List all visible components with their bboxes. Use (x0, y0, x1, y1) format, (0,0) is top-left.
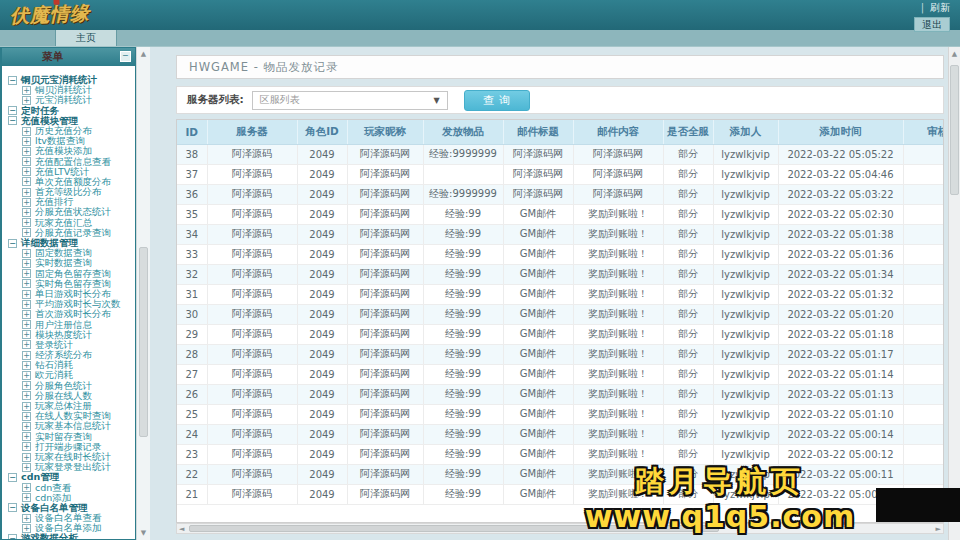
tree-collapse-icon[interactable]: − (8, 239, 17, 248)
menu-item-label: 首次游戏时长分布 (35, 309, 111, 319)
table-cell: lyzwlkjvip (713, 324, 778, 344)
menu-item[interactable]: +首次游戏时长分布 (2, 309, 135, 319)
main-scrollbar-thumb[interactable] (950, 65, 959, 195)
column-header[interactable]: 服务器 (207, 120, 297, 144)
table-row[interactable]: 25阿泽源码2049阿泽源码网经验:99GM邮件奖励到账啦！部分lyzwlkjv… (177, 404, 944, 424)
refresh-link[interactable]: | 刷新 (921, 1, 950, 15)
tree-expand-icon: + (22, 320, 31, 329)
table-cell: 经验:99 (423, 204, 503, 224)
table-cell: 29 (177, 324, 207, 344)
menu-group-label: cdn管理 (21, 472, 59, 482)
tree-expand-icon: + (22, 290, 31, 299)
table-cell: 38 (177, 144, 207, 164)
tree-collapse-icon[interactable]: − (8, 116, 17, 125)
table-cell: 经验:99 (423, 484, 503, 504)
column-header[interactable]: 发放物品 (423, 120, 503, 144)
table-cell: 阿泽源码网 (347, 324, 423, 344)
table-cell: 阿泽源码网 (347, 484, 423, 504)
table-cell: 2022-03-22 05:00:12 (778, 444, 903, 464)
table-row[interactable]: 35阿泽源码2049阿泽源码网经验:99GM邮件奖励到账啦！部分lyzwlkjv… (177, 204, 944, 224)
scroll-left-icon[interactable]: ◄ (179, 525, 184, 533)
query-button[interactable]: 查询 (464, 90, 530, 111)
table-cell: GM邮件 (503, 484, 573, 504)
menu-group[interactable]: −cdn管理 (2, 472, 135, 482)
table-row[interactable]: 36阿泽源码2049阿泽源码网经验:9999999阿泽源码网阿泽源码网部分lyz… (177, 184, 944, 204)
table-cell: 2022-03-22 05:04:46 (778, 164, 903, 184)
column-header[interactable]: 添加时间 (778, 120, 903, 144)
tree-expand-icon: + (22, 483, 31, 492)
recycle-icon: ♻ (800, 506, 822, 535)
logout-button[interactable]: 退出 (914, 17, 950, 32)
menu-group[interactable]: −游戏数据分析 (2, 533, 135, 539)
table-cell: 2022-03-22 05:01:34 (778, 264, 903, 284)
tree-collapse-icon[interactable]: − (8, 534, 17, 539)
sidebar-scrollbar[interactable]: ▲ ▼ (136, 47, 150, 540)
table-row[interactable]: 26阿泽源码2049阿泽源码网经验:99GM邮件奖励到账啦！部分lyzwlkjv… (177, 384, 944, 404)
tree-collapse-icon[interactable]: − (8, 106, 17, 115)
table-cell: 奖励到账啦！ (573, 324, 663, 344)
scroll-down-icon[interactable]: ▼ (137, 529, 150, 537)
horizontal-scrollbar-thumb[interactable] (189, 525, 719, 532)
table-cell: lyzwlkjvip (713, 404, 778, 424)
table-cell: 27 (177, 364, 207, 384)
table-cell: 奖励到账啦！ (573, 364, 663, 384)
column-header[interactable]: 添加人 (713, 120, 778, 144)
table-cell (903, 424, 944, 444)
tree-collapse-icon[interactable]: − (8, 503, 17, 512)
menu-item[interactable]: +充值模块添加 (2, 146, 135, 156)
table-row[interactable]: 38阿泽源码2049阿泽源码网经验:9999999阿泽源码网阿泽源码网部分lyz… (177, 144, 944, 164)
table-row[interactable]: 29阿泽源码2049阿泽源码网经验:99GM邮件奖励到账啦！部分lyzwlkjv… (177, 324, 944, 344)
column-header[interactable]: 玩家昵称 (347, 120, 423, 144)
main-vertical-scrollbar[interactable]: ▲ ▼ (948, 47, 960, 540)
table-cell: 2049 (297, 184, 347, 204)
panel-minimize-icon[interactable]: ─ (120, 51, 131, 62)
table-row[interactable]: 33阿泽源码2049阿泽源码网经验:99GM邮件奖励到账啦！部分lyzwlkjv… (177, 244, 944, 264)
table-cell: 2049 (297, 324, 347, 344)
table-cell: GM邮件 (503, 284, 573, 304)
table-row[interactable]: 24阿泽源码2049阿泽源码网经验:99GM邮件奖励到账啦！部分lyzwlkjv… (177, 424, 944, 444)
column-header[interactable]: 是否全服 (663, 120, 713, 144)
table-cell: 2022-03-22 05:01:20 (778, 304, 903, 324)
table-row[interactable]: 22阿泽源码2049阿泽源码网经验:99GM邮件奖励到账啦！部分lyzwlkjv… (177, 464, 944, 484)
table-cell: 奖励到账啦！ (573, 284, 663, 304)
column-header[interactable]: ID (177, 120, 207, 144)
server-list-select[interactable]: 区服列表 ▼ (252, 91, 448, 110)
table-cell: 阿泽源码网 (347, 184, 423, 204)
table-cell: 经验:99 (423, 324, 503, 344)
table-row[interactable]: 30阿泽源码2049阿泽源码网经验:99GM邮件奖励到账啦！部分lyzwlkjv… (177, 304, 944, 324)
tab-home[interactable]: 主页 (56, 30, 117, 46)
table-cell: 奖励到账啦！ (573, 444, 663, 464)
tree-expand-icon: + (22, 412, 31, 421)
column-header[interactable]: 审核人 (903, 120, 944, 144)
table-row[interactable]: 27阿泽源码2049阿泽源码网经验:99GM邮件奖励到账啦！部分lyzwlkjv… (177, 364, 944, 384)
horizontal-scrollbar[interactable]: ◄ ► (176, 523, 944, 534)
sidebar-scrollbar-thumb[interactable] (139, 247, 148, 437)
header-separator: | (921, 2, 924, 13)
table-cell: 阿泽源码 (207, 244, 297, 264)
table-cell: 2049 (297, 264, 347, 284)
table-row[interactable]: 28阿泽源码2049阿泽源码网经验:99GM邮件奖励到账啦！部分lyzwlkjv… (177, 344, 944, 364)
table-cell: lyzwlkjvip (713, 484, 778, 504)
tree-expand-icon: + (22, 442, 31, 451)
table-row[interactable]: 23阿泽源码2049阿泽源码网经验:99GM邮件奖励到账啦！部分lyzwlkjv… (177, 444, 944, 464)
table-cell: 2049 (297, 364, 347, 384)
table-row[interactable]: 31阿泽源码2049阿泽源码网经验:99GM邮件奖励到账啦！部分lyzwlkjv… (177, 284, 944, 304)
column-header[interactable]: 邮件标题 (503, 120, 573, 144)
scroll-right-icon[interactable]: ► (936, 525, 941, 533)
table-cell: lyzwlkjvip (713, 164, 778, 184)
scroll-up-icon[interactable]: ▲ (137, 50, 150, 58)
column-header[interactable]: 邮件内容 (573, 120, 663, 144)
table-row[interactable]: 32阿泽源码2049阿泽源码网经验:99GM邮件奖励到账啦！部分lyzwlkjv… (177, 264, 944, 284)
table-row[interactable]: 37阿泽源码2049阿泽源码网阿泽源码网阿泽源码网部分lyzwlkjvip202… (177, 164, 944, 184)
table-cell: GM邮件 (503, 384, 573, 404)
table-row[interactable]: 21阿泽源码2049阿泽源码网经验:99GM邮件奖励到账啦！部分lyzwlkjv… (177, 484, 944, 504)
tree-collapse-icon[interactable]: − (8, 473, 17, 482)
tree-expand-icon: + (22, 310, 31, 319)
table-cell: 阿泽源码 (207, 424, 297, 444)
table-cell: 阿泽源码 (207, 344, 297, 364)
column-header[interactable]: 角色ID (297, 120, 347, 144)
tree-collapse-icon[interactable]: − (8, 76, 17, 85)
scroll-up-icon[interactable]: ▲ (949, 50, 960, 58)
table-cell: 经验:99 (423, 424, 503, 444)
table-row[interactable]: 34阿泽源码2049阿泽源码网经验:99GM邮件奖励到账啦！部分lyzwlkjv… (177, 224, 944, 244)
